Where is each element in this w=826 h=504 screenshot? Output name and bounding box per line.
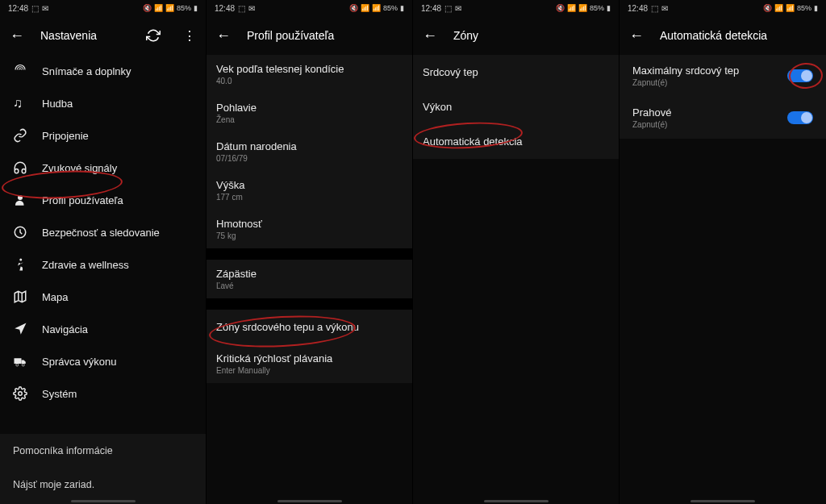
title: Srdcový tep <box>423 66 606 78</box>
item-connection[interactable]: Pripojenie <box>0 119 206 152</box>
battery-icon: ▮ <box>814 4 818 12</box>
app-bar: ← Nastavenia ⋮ <box>0 16 206 55</box>
label: Zvukové signály <box>42 162 117 174</box>
picture-icon: ⬚ <box>651 4 658 13</box>
msg-icon: ✉ <box>455 4 461 13</box>
nav-icon <box>13 322 27 336</box>
status-time: 12:48 <box>421 4 441 13</box>
safety-icon <box>13 225 27 240</box>
refresh-icon[interactable] <box>146 28 161 43</box>
music-icon: ♫ <box>13 96 27 110</box>
item-height[interactable]: Výška 177 cm <box>206 171 412 210</box>
item-map[interactable]: Mapa <box>0 281 206 313</box>
title: Výška <box>216 179 399 191</box>
label: Systém <box>42 388 77 400</box>
title: Výkon <box>423 101 606 113</box>
item-hr-zones[interactable]: Zóny srdcového tepu a výkonu <box>206 310 412 344</box>
label: Hudba <box>42 98 73 110</box>
back-icon[interactable]: ← <box>216 27 231 44</box>
more-icon[interactable]: ⋮ <box>183 28 196 44</box>
value: 75 kg <box>216 231 399 240</box>
item-fitness-age[interactable]: Vek podľa telesnej kondície 40.0 <box>206 55 412 94</box>
back-icon[interactable]: ← <box>629 27 644 44</box>
item-navigation[interactable]: Navigácia <box>0 313 206 345</box>
picture-icon: ⬚ <box>444 4 452 13</box>
title: Dátum narodenia <box>216 140 399 152</box>
battery-text: 85% <box>177 4 191 12</box>
picture-icon: ⬚ <box>31 4 39 13</box>
item-system[interactable]: Systém <box>0 377 206 410</box>
item-music[interactable]: ♫ Hudba <box>0 87 206 119</box>
profile-list: Vek podľa telesnej kondície 40.0 Pohlavi… <box>206 55 412 383</box>
item-gender[interactable]: Pohlavie Žena <box>206 94 412 132</box>
label: Zdravie a wellness <box>42 259 129 271</box>
headphones-icon <box>13 160 27 175</box>
panel-auto-detect: 12:48 ⬚ ✉ 🔇 📶 📶 85% ▮ ← Automatická dete… <box>620 0 826 504</box>
nav-bar-hint <box>484 500 549 502</box>
title: Kritická rýchlosť plávania <box>216 352 399 364</box>
item-auto-detect[interactable]: Automatická detekcia <box>413 124 619 159</box>
nav-bar-hint <box>277 500 342 502</box>
walk-icon <box>13 257 27 272</box>
item-birthdate[interactable]: Dátum narodenia 07/16/79 <box>206 132 412 171</box>
item-health[interactable]: Zdravie a wellness <box>0 248 206 281</box>
zones-list: Srdcový tep Výkon Automatická detekcia <box>413 55 619 159</box>
link-icon <box>13 128 27 143</box>
app-bar: ← Automatická detekcia <box>620 16 826 55</box>
gear-icon <box>13 386 27 401</box>
item-power[interactable]: Správca výkonu <box>0 345 206 377</box>
mute-icon: 🔇 <box>763 4 772 12</box>
label: Správca výkonu <box>42 356 117 368</box>
item-sensors[interactable]: Snímače a doplnky <box>0 55 206 87</box>
item-heartrate[interactable]: Srdcový tep <box>413 55 619 90</box>
footer-help[interactable]: Pomocníka informácie <box>0 434 206 468</box>
status-bar: 12:48 ⬚ ✉ 🔇 📶 📶 85% ▮ <box>413 0 619 16</box>
item-safety[interactable]: Bezpečnosť a sledovanie <box>0 216 206 248</box>
back-icon[interactable]: ← <box>10 27 24 44</box>
toggle-max-hr[interactable]: Maximálny srdcový tep Zapnut(é) <box>620 55 826 97</box>
picture-icon: ⬚ <box>238 4 245 13</box>
title: Pohlavie <box>216 102 399 114</box>
label: Pripojenie <box>42 130 89 142</box>
toggle-switch[interactable] <box>787 69 813 82</box>
signal-icon: 📶 <box>786 4 795 12</box>
msg-icon: ✉ <box>661 4 668 13</box>
back-icon[interactable]: ← <box>423 27 437 44</box>
title: Maximálny srdcový tep <box>632 65 739 77</box>
item-wrist[interactable]: Zápästie Ľavé <box>206 260 412 298</box>
svg-point-0 <box>18 195 23 200</box>
item-weight[interactable]: Hmotnosť 75 kg <box>206 210 412 248</box>
value: 40.0 <box>216 77 399 85</box>
signal-icon: 📶 <box>774 4 783 12</box>
item-power[interactable]: Výkon <box>413 90 619 124</box>
title: Hmotnosť <box>216 218 399 230</box>
label: Profil používateľa <box>42 194 123 206</box>
page-title: Profil používateľa <box>247 29 403 42</box>
item-sounds[interactable]: Zvukové signály <box>0 152 206 184</box>
footer-find[interactable]: Nájsť moje zariad. <box>0 468 206 502</box>
item-swim-speed[interactable]: Kritická rýchlosť plávania Enter Manuall… <box>206 344 412 383</box>
status-time: 12:48 <box>215 4 235 13</box>
toggle-switch[interactable] <box>787 111 813 124</box>
label: Snímače a doplnky <box>42 65 131 77</box>
toggle-threshold[interactable]: Prahové Zapnut(é) <box>620 97 826 139</box>
battery-text: 85% <box>383 4 398 12</box>
svg-point-6 <box>19 392 23 396</box>
value: Zapnut(é) <box>632 78 739 87</box>
item-user-profile[interactable]: Profil používateľa <box>0 184 206 216</box>
label: Pomocníka informácie <box>13 445 113 456</box>
sensor-icon <box>13 64 27 78</box>
label: Navigácia <box>42 323 88 335</box>
title: Zóny srdcového tepu a výkonu <box>216 321 399 333</box>
svg-point-2 <box>19 259 22 261</box>
battery-icon: ▮ <box>194 4 198 12</box>
label: Bezpečnosť a sledovanie <box>42 227 160 239</box>
value: Ľavé <box>216 281 399 290</box>
svg-point-4 <box>16 364 19 366</box>
status-time: 12:48 <box>628 4 648 13</box>
signal-icon: 📶 <box>567 4 576 12</box>
title: Prahové <box>632 106 671 119</box>
signal-icon: 📶 <box>361 4 369 12</box>
user-icon <box>13 193 27 207</box>
value: Zapnut(é) <box>632 120 671 129</box>
